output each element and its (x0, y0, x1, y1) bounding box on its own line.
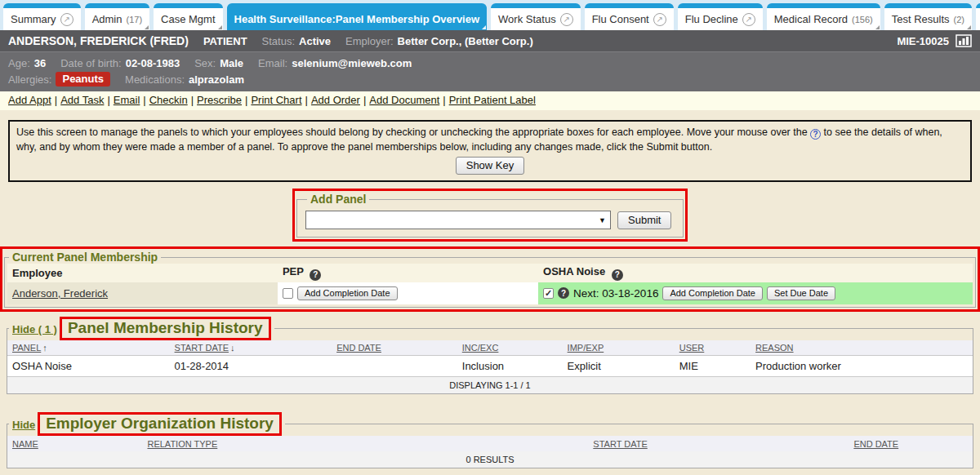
current-panel-annotation: Current Panel Membership Employee PEP ? … (0, 246, 980, 312)
add-panel-section: Add Panel ▼ Submit (296, 193, 684, 238)
col-header-imp-exp[interactable]: IMP/EXP (563, 340, 675, 356)
employer-history-results-status: 0 RESULTS (7, 451, 973, 468)
col-header-end-date[interactable]: END DATE (780, 436, 973, 451)
pep-cell: Add Completion Date (278, 282, 538, 304)
col-header-name[interactable]: NAME (7, 436, 142, 451)
allergies-label: Allergies: (8, 73, 51, 86)
pep-add-completion-date-button[interactable]: Add Completion Date (297, 286, 398, 300)
employer-label: Employer: (345, 35, 394, 47)
tab-count: (156) (852, 15, 873, 24)
employer-history-table: NAME RELATION TYPE START DATE END DATE (7, 436, 973, 451)
tab-label: Case Mgmt (161, 13, 215, 25)
action-prescribe[interactable]: Prescribe (197, 94, 242, 106)
tab-test-results[interactable]: Test Results (2) (884, 3, 972, 30)
medications-label: Medications: (125, 73, 185, 86)
popout-icon[interactable]: ↗ (560, 13, 573, 26)
pep-checkbox[interactable] (283, 288, 293, 299)
action-add-appt[interactable]: Add Appt (8, 94, 51, 106)
tab-flu-consent[interactable]: Flu Consent ↗ (585, 3, 674, 30)
osha-noise-cell: ✓ ? Next: 03-18-2016 Add Completion Date… (538, 282, 973, 304)
col-header-inc-exc[interactable]: INC/EXC (457, 340, 563, 356)
tab-flu-decline[interactable]: Flu Decline ↗ (678, 3, 763, 30)
main-content: Use this screen to manage the panels to … (0, 110, 980, 475)
tab-documents[interactable]: Documen (976, 3, 980, 30)
action-checkin[interactable]: Checkin (149, 94, 188, 106)
osha-next-date: Next: 03-18-2016 (573, 287, 658, 300)
col-header-user[interactable]: USER (675, 340, 751, 356)
col-header-start-date[interactable]: START DATE (461, 436, 780, 451)
col-header-reason[interactable]: REASON (751, 340, 973, 356)
tab-health-surveillance-panel-membership[interactable]: Health Surveillance:Panel Membership Ove… (227, 3, 488, 30)
action-print-chart[interactable]: Print Chart (251, 94, 301, 106)
tab-label: Test Results (892, 13, 950, 25)
employer-history-title: Employer Organization History (46, 415, 274, 432)
osha-checkbox[interactable]: ✓ (543, 288, 554, 299)
status-label: Status: (262, 35, 295, 47)
col-header-end-date[interactable]: END DATE (332, 340, 457, 356)
help-icon[interactable]: ? (810, 129, 821, 140)
tab-label: Flu Consent (592, 13, 649, 25)
col-header-start-date[interactable]: START DATE↓ (170, 340, 332, 356)
cell-user: MIE (675, 356, 751, 377)
col-header-relation-type[interactable]: RELATION TYPE (142, 436, 461, 451)
tab-case-mgmt[interactable]: Case Mgmt (154, 3, 222, 30)
cell-inc-exc: Inclusion (457, 356, 563, 377)
employer-history-hide-link[interactable]: Hide (12, 419, 35, 431)
sex-label: Sex: (194, 57, 216, 69)
panel-history-paging-status: DISPLAYING 1-1 / 1 (7, 377, 973, 393)
panel-history-table: PANEL↑ START DATE↓ END DATE INC/EXC IMP/… (7, 340, 973, 378)
email-value: selenium@mieweb.com (292, 57, 412, 69)
add-panel-select[interactable]: ▼ (305, 211, 611, 229)
employer-value: Better Corp., (Better Corp.) (398, 35, 533, 47)
col-header-osha-noise: OSHA Noise ? (538, 264, 973, 282)
tab-label: Flu Decline (685, 13, 738, 25)
sort-desc-icon: ↓ (230, 343, 235, 353)
action-add-task[interactable]: Add Task (60, 94, 104, 106)
action-print-patient-label[interactable]: Print Patient Label (449, 94, 536, 106)
age-value: 36 (34, 57, 46, 69)
popout-icon[interactable]: ↗ (653, 13, 666, 26)
panel-history-legend: Hide ( 1 )Panel Membership History (9, 317, 274, 340)
show-key-button[interactable]: Show Key (456, 157, 525, 175)
sex-value: Male (220, 57, 243, 69)
tab-label: Admin (92, 13, 122, 25)
instructions-box: Use this screen to manage the panels to … (8, 120, 972, 182)
popout-icon[interactable]: ↗ (60, 13, 74, 26)
chart-tab-bar: Summary ↗ Admin (17) Case Mgmt Health Su… (0, 0, 980, 30)
tab-label: Work Status (498, 13, 556, 25)
table-row: Anderson, Frederick Add Completion Date … (7, 282, 973, 304)
tab-admin[interactable]: Admin (17) (85, 3, 149, 30)
tab-work-status[interactable]: Work Status ↗ (491, 3, 581, 30)
tab-summary[interactable]: Summary ↗ (3, 3, 81, 30)
current-panel-section: Current Panel Membership Employee PEP ? … (4, 251, 976, 308)
col-header-pep: PEP ? (278, 264, 538, 282)
bar-chart-icon[interactable] (956, 34, 972, 47)
employee-link[interactable]: Anderson, Frederick (12, 287, 108, 300)
current-panel-legend: Current Panel Membership (9, 251, 161, 264)
action-add-order[interactable]: Add Order (311, 94, 360, 106)
status-value: Active (299, 35, 331, 47)
tab-label: Health Surveillance:Panel Membership Ove… (234, 13, 480, 25)
add-panel-submit-button[interactable]: Submit (617, 211, 671, 229)
patient-chart-id: MIE-10025 (897, 35, 949, 47)
employer-organization-history-section: HideEmployer Organization History NAME R… (7, 412, 973, 468)
col-header-panel[interactable]: PANEL↑ (7, 340, 170, 356)
cell-imp-exp: Explicit (563, 356, 675, 377)
instructions-text-1: Use this screen to manage the panels to … (16, 127, 808, 138)
action-add-document[interactable]: Add Document (369, 94, 439, 106)
action-email[interactable]: Email (114, 94, 140, 106)
dob-value: 02-08-1983 (126, 57, 180, 69)
allergy-badge[interactable]: Peanuts (56, 72, 110, 87)
panel-history-title: Panel Membership History (68, 319, 263, 336)
osha-next-help-icon[interactable]: ? (558, 287, 569, 299)
popout-icon[interactable]: ↗ (742, 13, 755, 26)
current-panel-table: Employee PEP ? OSHA Noise ? Anderson, Fr… (7, 264, 973, 304)
osha-set-due-date-button[interactable]: Set Due Date (767, 286, 835, 300)
pep-help-icon[interactable]: ? (310, 269, 321, 281)
osha-add-completion-date-button[interactable]: Add Completion Date (662, 286, 763, 300)
tab-medical-record[interactable]: Medical Record (156) (767, 3, 880, 30)
patient-demographics: Age: 36 Date of birth: 02-08-1983 Sex: M… (0, 51, 980, 91)
table-row: OSHA Noise 01-28-2014 Inclusion Explicit… (7, 356, 973, 377)
osha-help-icon[interactable]: ? (612, 269, 623, 281)
panel-history-hide-link[interactable]: Hide ( 1 ) (12, 323, 57, 335)
